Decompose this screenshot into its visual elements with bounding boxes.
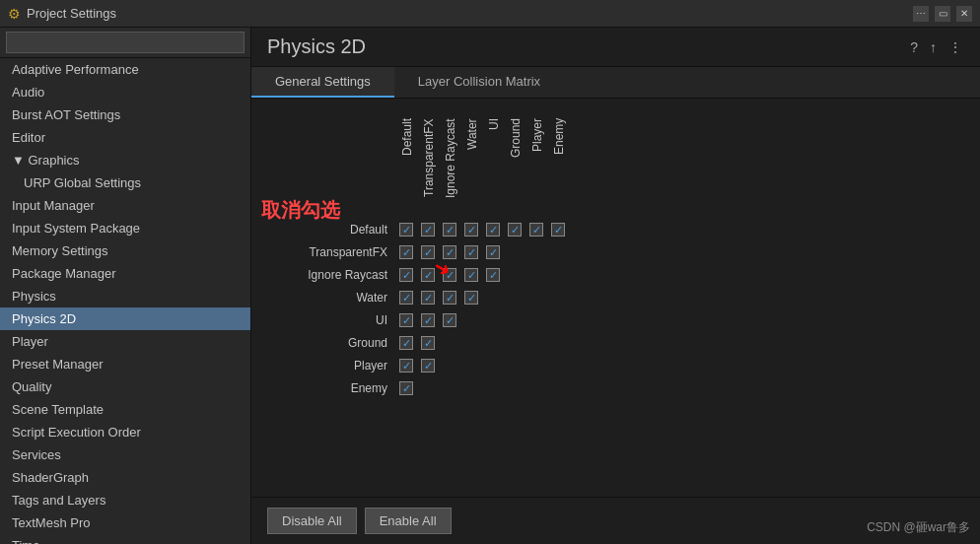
checkbox-checked[interactable]: ✓ (421, 245, 435, 259)
sidebar-item-input-system[interactable]: Input System Package (0, 217, 250, 239)
sidebar-item-burst-aot[interactable]: Burst AOT Settings (0, 103, 250, 126)
matrix-cell-1-2[interactable]: ✓ (439, 241, 460, 263)
matrix-cell-0-4[interactable]: ✓ (482, 219, 504, 240)
matrix-cell-0-5[interactable]: ✓ (504, 219, 525, 240)
matrix-cell-5-4 (482, 332, 504, 354)
sidebar-item-textmesh-pro[interactable]: TextMesh Pro (0, 511, 250, 534)
sidebar-item-services[interactable]: Services (0, 443, 250, 466)
row-label-4: UI (267, 313, 395, 327)
sidebar-item-scene-template[interactable]: Scene Template (0, 398, 250, 421)
checkbox-checked[interactable]: ✓ (486, 223, 500, 237)
sidebar-item-input-manager[interactable]: Input Manager (0, 194, 250, 217)
checkbox-checked[interactable]: ✓ (443, 291, 456, 305)
more-button[interactable]: ⋮ (946, 37, 964, 57)
matrix-cell-7-0[interactable]: ✓ (395, 377, 417, 399)
checkbox-checked[interactable]: ✓ (421, 336, 435, 350)
checkbox-checked[interactable]: ✓ (508, 223, 522, 237)
checkbox-checked[interactable]: ✓ (443, 245, 456, 259)
checkbox-checked[interactable]: ✓ (421, 223, 435, 237)
sidebar-item-audio[interactable]: Audio (0, 81, 250, 103)
checkbox-checked[interactable]: ✓ (421, 359, 435, 373)
checkbox-checked[interactable]: ✓ (486, 268, 500, 282)
matrix-cell-0-6[interactable]: ✓ (525, 219, 547, 240)
matrix-cell-1-0[interactable]: ✓ (395, 241, 417, 263)
checkbox-checked[interactable]: ✓ (399, 245, 413, 259)
matrix-cell-3-0[interactable]: ✓ (395, 287, 417, 308)
checkbox-checked[interactable]: ✓ (399, 223, 413, 237)
matrix-cell-1-3[interactable]: ✓ (460, 241, 482, 263)
matrix-cell-7-5 (504, 377, 525, 399)
checkbox-checked[interactable]: ✓ (421, 291, 435, 305)
sidebar-item-player[interactable]: Player (0, 330, 250, 353)
close-button[interactable]: ✕ (956, 6, 972, 22)
matrix-cell-6-1[interactable]: ✓ (417, 355, 439, 376)
sidebar-item-tags-layers[interactable]: Tags and Layers (0, 489, 250, 511)
matrix-cell-2-0[interactable]: ✓ (395, 264, 417, 286)
matrix-cell-5-1[interactable]: ✓ (417, 332, 439, 354)
matrix-cell-4-3 (460, 309, 482, 331)
matrix-cell-3-1[interactable]: ✓ (417, 287, 439, 308)
sidebar-item-adaptive-performance[interactable]: Adaptive Performance (0, 58, 250, 81)
matrix-cell-3-2[interactable]: ✓ (439, 287, 460, 308)
matrix-cell-1-4[interactable]: ✓ (482, 241, 504, 263)
help-button[interactable]: ? (908, 37, 920, 57)
matrix-cell-2-4[interactable]: ✓ (482, 264, 504, 286)
checkbox-checked[interactable]: ✓ (551, 223, 565, 237)
disable-all-button[interactable]: Disable All (267, 508, 357, 534)
matrix-cell-1-6 (525, 241, 547, 263)
upload-button[interactable]: ↑ (928, 37, 939, 57)
matrix-cell-0-7[interactable]: ✓ (547, 219, 569, 240)
enable-all-button[interactable]: Enable All (365, 508, 452, 534)
matrix-cell-4-2[interactable]: ✓ (439, 309, 460, 331)
matrix-cell-2-3[interactable]: ✓ (460, 264, 482, 286)
sidebar-item-preset-manager[interactable]: Preset Manager (0, 353, 250, 375)
matrix-cell-6-0[interactable]: ✓ (395, 355, 417, 376)
matrix-cell-2-1[interactable]: ✓ (417, 264, 439, 286)
checkbox-checked[interactable]: ✓ (399, 336, 413, 350)
content-header: Physics 2D ? ↑ ⋮ (251, 28, 980, 67)
checkbox-checked[interactable]: ✓ (464, 268, 478, 282)
sidebar-item-time[interactable]: Time (0, 534, 250, 544)
checkbox-checked[interactable]: ✓ (399, 381, 413, 395)
sidebar-item-script-execution[interactable]: Script Execution Order (0, 421, 250, 443)
sidebar-item-package-manager[interactable]: Package Manager (0, 262, 250, 285)
sidebar-item-shader-graph[interactable]: ShaderGraph (0, 466, 250, 489)
matrix-cell-0-1[interactable]: ✓ (417, 219, 439, 240)
sidebar-item-memory[interactable]: Memory Settings (0, 239, 250, 262)
tab-general[interactable]: General Settings (251, 67, 394, 98)
checkbox-checked[interactable]: ✓ (399, 268, 413, 282)
checkbox-checked[interactable]: ✓ (421, 268, 435, 282)
matrix-cell-4-0[interactable]: ✓ (395, 309, 417, 331)
checkbox-checked[interactable]: ✓ (443, 223, 456, 237)
matrix-cell-0-2[interactable]: ✓ (439, 219, 460, 240)
checkbox-checked[interactable]: ✓ (421, 313, 435, 327)
tab-layer[interactable]: Layer Collision Matrix (394, 67, 564, 98)
sidebar-item-physics[interactable]: Physics (0, 285, 250, 307)
checkbox-checked[interactable]: ✓ (399, 359, 413, 373)
sidebar-item-graphics[interactable]: ▼ Graphics (0, 149, 250, 171)
matrix-cell-0-3[interactable]: ✓ (460, 219, 482, 240)
maximize-button[interactable]: ▭ (935, 6, 950, 22)
checkbox-checked[interactable]: ✓ (464, 223, 478, 237)
checkbox-checked[interactable]: ✓ (529, 223, 543, 237)
sidebar-item-physics2d[interactable]: Physics 2D (0, 307, 250, 330)
matrix-cell-1-1[interactable]: ✓ (417, 241, 439, 263)
sidebar-item-editor[interactable]: Editor (0, 126, 250, 149)
checkbox-checked[interactable]: ✓ (464, 291, 478, 305)
checkbox-checked[interactable]: ✓ (443, 313, 456, 327)
checkbox-checked[interactable]: ✓ (486, 245, 500, 259)
sidebar-item-quality[interactable]: Quality (0, 375, 250, 398)
search-input[interactable] (6, 32, 245, 53)
checkbox-checked[interactable]: ✓ (464, 245, 478, 259)
checkbox-checked[interactable]: ✓ (399, 291, 413, 305)
col-header-7: Enemy (552, 118, 574, 217)
checkbox-checked[interactable]: ✓ (443, 268, 456, 282)
matrix-cell-2-2[interactable]: ✓ (439, 264, 460, 286)
matrix-cell-3-3[interactable]: ✓ (460, 287, 482, 308)
checkbox-checked[interactable]: ✓ (399, 313, 413, 327)
matrix-cell-0-0[interactable]: ✓ (395, 219, 417, 240)
matrix-cell-5-0[interactable]: ✓ (395, 332, 417, 354)
sidebar-item-urp-global[interactable]: URP Global Settings (0, 171, 250, 194)
matrix-cell-4-1[interactable]: ✓ (417, 309, 439, 331)
more-options-button[interactable]: ⋯ (913, 6, 929, 22)
